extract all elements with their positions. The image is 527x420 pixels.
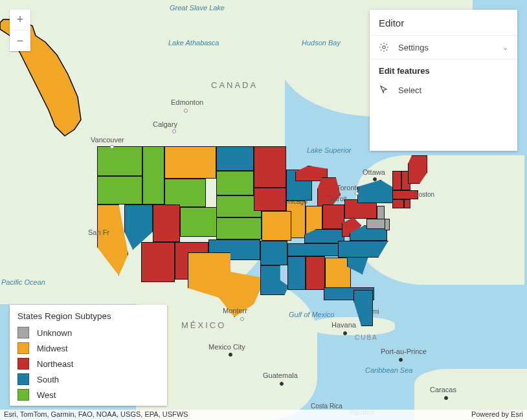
label-monterr: Monterr	[223, 307, 247, 315]
swatch-unknown	[17, 327, 29, 338]
swatch-west	[17, 389, 29, 401]
state-vt[interactable]	[392, 171, 401, 190]
swatch-south	[17, 373, 29, 385]
state-id[interactable]	[142, 146, 164, 204]
attribution-bar: Esri, TomTom, Garmin, FAO, NOAA, USGS, E…	[0, 410, 527, 420]
legend-item-south: South	[17, 371, 159, 387]
label-chicago: Chicago	[284, 198, 308, 205]
label-caribbean: Caribbean Sea	[365, 366, 410, 374]
label-superior: Lake Superior	[307, 146, 339, 154]
state-tn[interactable]	[287, 243, 344, 256]
label-costarica: Costa Rica	[311, 403, 342, 410]
label-boston: Boston	[414, 191, 434, 198]
state-mo[interactable]	[262, 211, 291, 241]
editor-settings-row[interactable]: Settings ⌄	[370, 35, 517, 59]
swatch-northeast	[17, 358, 29, 370]
label-toronto: Toronto	[337, 184, 361, 192]
label-calgary: Calgary	[153, 120, 177, 128]
zoom-in-button[interactable]: +	[10, 10, 30, 30]
state-az[interactable]	[141, 242, 175, 282]
label-havana: Havana	[331, 321, 356, 329]
editor-select-action[interactable]: Select	[370, 80, 517, 100]
state-wy[interactable]	[164, 179, 206, 207]
state-mi[interactable]	[317, 177, 341, 207]
state-oh[interactable]	[322, 204, 344, 229]
chevron-down-icon: ⌄	[502, 43, 508, 52]
editor-title: Editor	[370, 10, 517, 35]
legend-item-midwest: Midwest	[17, 340, 159, 356]
label-great-slave: Great Slave Lake	[170, 4, 202, 12]
state-al[interactable]	[306, 256, 325, 290]
label-guatemala: Guatemala	[263, 371, 298, 379]
state-mn[interactable]	[254, 146, 286, 188]
editor-section-title: Edit features	[370, 59, 517, 80]
state-de[interactable]	[385, 219, 390, 230]
state-ia[interactable]	[254, 188, 286, 211]
attribution-powered[interactable]: Powered by Esri	[471, 410, 523, 419]
label-miami: mi	[372, 308, 379, 315]
legend-item-west: West	[17, 387, 159, 403]
label-ottawa: Ottawa	[363, 168, 385, 176]
state-wa[interactable]	[97, 146, 142, 176]
legend-panel: States Region Subtypes Unknown Midwest N…	[10, 305, 167, 406]
editor-settings-label: Settings	[398, 43, 429, 52]
label-sanfr: San Fr	[88, 228, 109, 236]
state-la[interactable]	[260, 265, 289, 295]
label-mexico: MÉXICO	[181, 320, 226, 330]
state-mt[interactable]	[164, 146, 216, 179]
swatch-midwest	[17, 342, 29, 354]
state-ms[interactable]	[287, 256, 306, 290]
state-or[interactable]	[97, 176, 142, 204]
state-md[interactable]	[366, 219, 386, 229]
state-sd[interactable]	[216, 171, 254, 195]
state-ar[interactable]	[260, 241, 287, 265]
label-port-au-prince: Port-au-Prince	[381, 348, 427, 355]
label-detroit: Detroit	[328, 195, 346, 203]
label-cuba: CUBA	[355, 334, 378, 341]
attribution-sources: Esri, TomTom, Garmin, FAO, NOAA, USGS, E…	[4, 410, 188, 419]
editor-panel: Editor Settings ⌄ Edit features Select	[370, 10, 517, 151]
gear-icon	[379, 42, 389, 52]
label-athabasca: Lake Athabasca	[168, 39, 207, 47]
zoom-out-button[interactable]: −	[10, 30, 30, 51]
state-ri[interactable]	[404, 199, 410, 208]
label-caracas: Caracas	[430, 386, 456, 393]
state-ks[interactable]	[216, 217, 262, 239]
label-pacific: Pacific Ocean	[1, 278, 34, 286]
label-canada: CANADA	[211, 80, 258, 90]
cursor-icon	[379, 85, 389, 95]
state-nd[interactable]	[216, 146, 254, 171]
label-hudson: Hudson Bay	[302, 39, 341, 47]
label-gulf: Gulf of Mexico	[289, 311, 328, 318]
zoom-control: + −	[10, 10, 30, 51]
legend-title: States Region Subtypes	[17, 311, 159, 321]
legend-item-northeast: Northeast	[17, 356, 159, 371]
label-vancouver: Vancouver	[91, 136, 124, 144]
state-ct[interactable]	[392, 199, 404, 208]
label-mexico-city: Mexico City	[208, 343, 245, 351]
state-co[interactable]	[180, 207, 219, 237]
legend-item-unknown: Unknown	[17, 325, 159, 340]
state-ut[interactable]	[153, 204, 180, 242]
svg-point-0	[383, 46, 385, 49]
editor-select-label: Select	[398, 85, 421, 95]
label-edmonton: Edmonton	[171, 98, 203, 106]
